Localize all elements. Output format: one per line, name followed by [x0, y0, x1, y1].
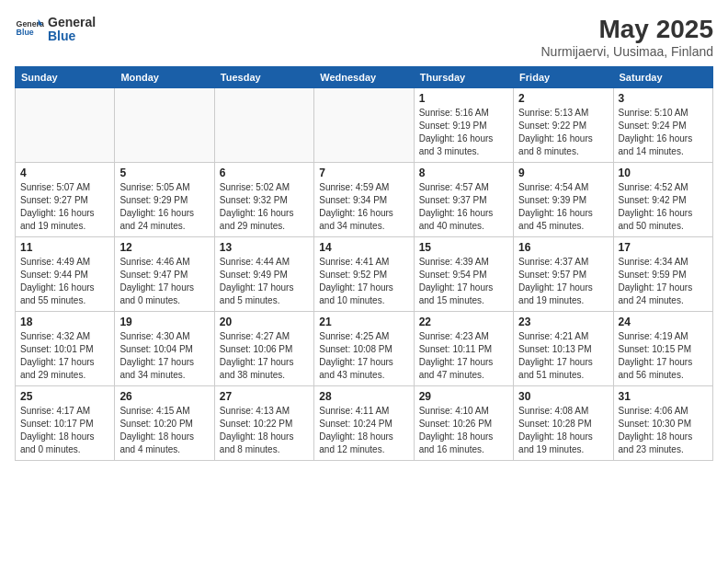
calendar-week-2: 4Sunrise: 5:07 AM Sunset: 9:27 PM Daylig… [16, 163, 713, 237]
logo-blue-text: Blue [48, 29, 96, 43]
logo-icon: General Blue [15, 15, 44, 44]
day-number: 6 [220, 167, 309, 179]
calendar-cell: 26Sunrise: 4:15 AM Sunset: 10:20 PM Dayl… [115, 386, 214, 461]
calendar-cell: 8Sunrise: 4:57 AM Sunset: 9:37 PM Daylig… [414, 163, 513, 237]
calendar-cell: 22Sunrise: 4:23 AM Sunset: 10:11 PM Dayl… [414, 312, 513, 386]
weekday-header-row: SundayMondayTuesdayWednesdayThursdayFrid… [16, 67, 713, 88]
day-number: 8 [419, 167, 508, 179]
calendar-week-1: 1Sunrise: 5:16 AM Sunset: 9:19 PM Daylig… [16, 88, 713, 163]
calendar-cell: 9Sunrise: 4:54 AM Sunset: 9:39 PM Daylig… [514, 163, 613, 237]
day-number: 17 [619, 241, 708, 254]
day-number: 10 [619, 167, 708, 179]
day-number: 30 [518, 390, 608, 403]
day-number: 25 [20, 390, 109, 403]
day-number: 29 [419, 390, 508, 403]
location: Nurmijaervi, Uusimaa, Finland [540, 44, 713, 59]
calendar-cell: 29Sunrise: 4:10 AM Sunset: 10:26 PM Dayl… [414, 386, 513, 461]
calendar-cell: 15Sunrise: 4:39 AM Sunset: 9:54 PM Dayli… [414, 237, 513, 312]
calendar-cell: 5Sunrise: 5:05 AM Sunset: 9:29 PM Daylig… [115, 163, 214, 237]
title-block: May 2025 Nurmijaervi, Uusimaa, Finland [540, 15, 713, 59]
day-number: 13 [220, 241, 309, 254]
day-info: Sunrise: 5:10 AM Sunset: 9:24 PM Dayligh… [619, 107, 708, 158]
day-number: 23 [518, 316, 608, 328]
weekday-header-tuesday: Tuesday [214, 67, 313, 88]
calendar-cell: 27Sunrise: 4:13 AM Sunset: 10:22 PM Dayl… [214, 386, 313, 461]
day-info: Sunrise: 4:39 AM Sunset: 9:54 PM Dayligh… [419, 256, 508, 307]
day-number: 3 [619, 92, 708, 105]
calendar-cell: 31Sunrise: 4:06 AM Sunset: 10:30 PM Dayl… [613, 386, 712, 461]
calendar-cell: 2Sunrise: 5:13 AM Sunset: 9:22 PM Daylig… [514, 88, 613, 163]
day-number: 9 [518, 167, 608, 179]
day-info: Sunrise: 4:15 AM Sunset: 10:20 PM Daylig… [119, 405, 209, 456]
day-number: 24 [619, 316, 708, 328]
day-number: 2 [518, 92, 608, 105]
calendar-cell [115, 88, 214, 163]
day-info: Sunrise: 4:23 AM Sunset: 10:11 PM Daylig… [419, 330, 508, 382]
calendar-cell: 28Sunrise: 4:11 AM Sunset: 10:24 PM Dayl… [314, 386, 414, 461]
calendar-week-4: 18Sunrise: 4:32 AM Sunset: 10:01 PM Dayl… [16, 312, 713, 386]
day-info: Sunrise: 4:30 AM Sunset: 10:04 PM Daylig… [119, 330, 209, 382]
day-number: 18 [20, 316, 109, 328]
calendar-cell: 20Sunrise: 4:27 AM Sunset: 10:06 PM Dayl… [214, 312, 313, 386]
day-info: Sunrise: 4:19 AM Sunset: 10:15 PM Daylig… [619, 330, 708, 382]
calendar-cell: 1Sunrise: 5:16 AM Sunset: 9:19 PM Daylig… [414, 88, 513, 163]
day-number: 19 [119, 316, 209, 328]
calendar-week-5: 25Sunrise: 4:17 AM Sunset: 10:17 PM Dayl… [16, 386, 713, 461]
day-info: Sunrise: 4:46 AM Sunset: 9:47 PM Dayligh… [119, 256, 209, 307]
day-info: Sunrise: 5:07 AM Sunset: 9:27 PM Dayligh… [20, 181, 109, 233]
day-info: Sunrise: 4:52 AM Sunset: 9:42 PM Dayligh… [619, 181, 708, 233]
day-info: Sunrise: 5:05 AM Sunset: 9:29 PM Dayligh… [119, 181, 209, 233]
weekday-header-sunday: Sunday [16, 67, 115, 88]
calendar-week-3: 11Sunrise: 4:49 AM Sunset: 9:44 PM Dayli… [16, 237, 713, 312]
calendar-cell: 11Sunrise: 4:49 AM Sunset: 9:44 PM Dayli… [16, 237, 115, 312]
calendar-cell: 10Sunrise: 4:52 AM Sunset: 9:42 PM Dayli… [613, 163, 712, 237]
day-info: Sunrise: 5:13 AM Sunset: 9:22 PM Dayligh… [518, 107, 608, 158]
calendar-cell: 7Sunrise: 4:59 AM Sunset: 9:34 PM Daylig… [314, 163, 414, 237]
calendar-cell: 24Sunrise: 4:19 AM Sunset: 10:15 PM Dayl… [613, 312, 712, 386]
day-info: Sunrise: 4:10 AM Sunset: 10:26 PM Daylig… [419, 405, 508, 456]
day-info: Sunrise: 4:41 AM Sunset: 9:52 PM Dayligh… [319, 256, 408, 307]
day-info: Sunrise: 4:37 AM Sunset: 9:57 PM Dayligh… [518, 256, 608, 307]
day-info: Sunrise: 4:13 AM Sunset: 10:22 PM Daylig… [220, 405, 309, 456]
logo-general-text: General [48, 16, 96, 29]
weekday-header-saturday: Saturday [613, 67, 712, 88]
calendar-cell: 14Sunrise: 4:41 AM Sunset: 9:52 PM Dayli… [314, 237, 414, 312]
calendar-cell: 3Sunrise: 5:10 AM Sunset: 9:24 PM Daylig… [613, 88, 712, 163]
calendar-cell: 18Sunrise: 4:32 AM Sunset: 10:01 PM Dayl… [16, 312, 115, 386]
day-info: Sunrise: 4:21 AM Sunset: 10:13 PM Daylig… [518, 330, 608, 382]
day-number: 12 [119, 241, 209, 254]
day-info: Sunrise: 4:57 AM Sunset: 9:37 PM Dayligh… [419, 181, 508, 233]
calendar-cell [314, 88, 414, 163]
day-info: Sunrise: 4:32 AM Sunset: 10:01 PM Daylig… [20, 330, 109, 382]
day-info: Sunrise: 4:59 AM Sunset: 9:34 PM Dayligh… [319, 181, 408, 233]
calendar-cell: 17Sunrise: 4:34 AM Sunset: 9:59 PM Dayli… [613, 237, 712, 312]
day-info: Sunrise: 4:08 AM Sunset: 10:28 PM Daylig… [518, 405, 608, 456]
day-info: Sunrise: 4:11 AM Sunset: 10:24 PM Daylig… [319, 405, 408, 456]
day-number: 27 [220, 390, 309, 403]
calendar-cell: 4Sunrise: 5:07 AM Sunset: 9:27 PM Daylig… [16, 163, 115, 237]
calendar-cell [214, 88, 313, 163]
calendar-cell: 16Sunrise: 4:37 AM Sunset: 9:57 PM Dayli… [514, 237, 613, 312]
day-info: Sunrise: 4:44 AM Sunset: 9:49 PM Dayligh… [220, 256, 309, 307]
calendar-cell: 13Sunrise: 4:44 AM Sunset: 9:49 PM Dayli… [214, 237, 313, 312]
day-number: 1 [419, 92, 508, 105]
logo: General Blue General Blue [15, 15, 96, 44]
weekday-header-thursday: Thursday [414, 67, 513, 88]
weekday-header-monday: Monday [115, 67, 214, 88]
month-title: May 2025 [540, 15, 713, 44]
calendar-cell [16, 88, 115, 163]
day-number: 7 [319, 167, 408, 179]
day-number: 31 [619, 390, 708, 403]
calendar-cell: 30Sunrise: 4:08 AM Sunset: 10:28 PM Dayl… [514, 386, 613, 461]
day-info: Sunrise: 4:49 AM Sunset: 9:44 PM Dayligh… [20, 256, 109, 307]
day-number: 16 [518, 241, 608, 254]
day-info: Sunrise: 4:54 AM Sunset: 9:39 PM Dayligh… [518, 181, 608, 233]
day-info: Sunrise: 4:34 AM Sunset: 9:59 PM Dayligh… [619, 256, 708, 307]
day-number: 21 [319, 316, 408, 328]
calendar-cell: 23Sunrise: 4:21 AM Sunset: 10:13 PM Dayl… [514, 312, 613, 386]
day-number: 20 [220, 316, 309, 328]
day-info: Sunrise: 4:27 AM Sunset: 10:06 PM Daylig… [220, 330, 309, 382]
day-info: Sunrise: 4:17 AM Sunset: 10:17 PM Daylig… [20, 405, 109, 456]
calendar-cell: 12Sunrise: 4:46 AM Sunset: 9:47 PM Dayli… [115, 237, 214, 312]
calendar-cell: 6Sunrise: 5:02 AM Sunset: 9:32 PM Daylig… [214, 163, 313, 237]
